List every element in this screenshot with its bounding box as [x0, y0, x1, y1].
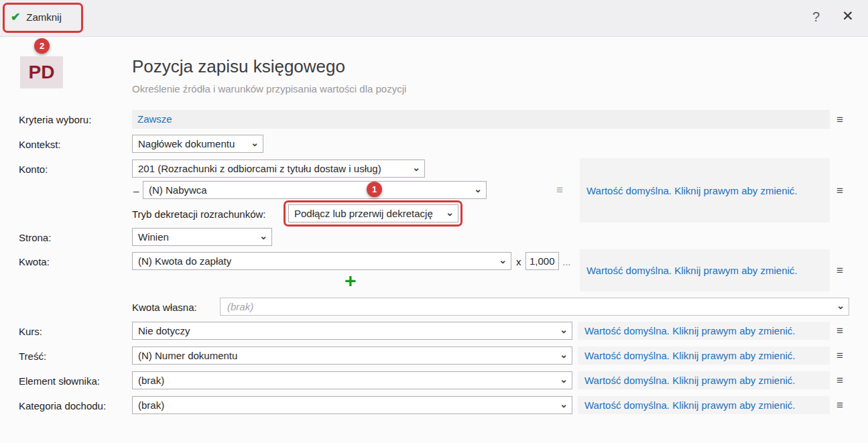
field-label-tryb-dekretacji: Tryb dekretacji rozrachunków: — [132, 208, 266, 220]
konto-value: 201 (Rozrachunki z odbiorcami z tytułu d… — [138, 163, 381, 174]
kryteria-wyboru-value[interactable]: Zawsze — [137, 113, 172, 125]
chevron-down-icon: ⌄ — [560, 322, 568, 338]
zamknij-button-label: Zamknij — [26, 11, 62, 23]
top-toolbar: ✔ Zamknij ? ✕ — [0, 0, 868, 37]
default-value-box-konto[interactable]: Wartość domyślna. Kliknij prawym aby zmi… — [580, 158, 830, 223]
chevron-down-icon: ⌄ — [499, 253, 507, 268]
menu-icon[interactable]: ≡ — [832, 346, 847, 365]
field-label-tresc: Treść: — [19, 351, 46, 362]
subkonto-dropdown[interactable]: (N) Nabywca ⌄ — [143, 181, 487, 199]
default-value-box-kategoria[interactable]: Wartość domyślna. Kliknij prawym aby zmi… — [578, 396, 830, 414]
chevron-down-icon: ⌄ — [474, 182, 482, 197]
kryteria-wyboru-field[interactable]: Zawsze — [132, 110, 830, 129]
chevron-down-icon: ⌄ — [259, 229, 267, 244]
default-value-box-element[interactable]: Wartość domyślna. Kliknij prawym aby zmi… — [578, 371, 830, 389]
subkonto-value: (N) Nabywca — [149, 184, 207, 196]
kategoria-dochodu-dropdown[interactable]: (brak) ⌄ — [132, 396, 572, 414]
chevron-down-icon: ⌄ — [836, 298, 845, 314]
kwota-wlasna-placeholder: (brak) — [227, 301, 253, 312]
field-label-kurs: Kurs: — [19, 326, 42, 337]
field-label-kwota: Kwota: — [19, 256, 50, 267]
menu-icon[interactable]: ≡ — [832, 182, 847, 200]
chevron-down-icon: ⌄ — [560, 347, 568, 363]
annotation-badge-2: 2 — [34, 38, 50, 54]
tryb-dekretacji-value: Podłącz lub przerwij dekretację — [294, 208, 433, 219]
konto-dropdown[interactable]: 201 (Rozrachunki z odbiorcami z tytułu d… — [132, 160, 425, 178]
field-label-kategoria-dochodu: Kategoria dochodu: — [19, 400, 106, 412]
menu-icon[interactable]: ≡ — [832, 111, 847, 129]
field-label-kontekst: Kontekst: — [19, 139, 61, 150]
default-value-box-kurs[interactable]: Wartość domyślna. Kliknij prawym aby zmi… — [578, 322, 830, 340]
multiplier-input[interactable]: 1,000 — [525, 252, 559, 270]
kontekst-dropdown[interactable]: Nagłówek dokumentu ⌄ — [132, 135, 263, 153]
dash-prefix: – — [133, 185, 139, 196]
field-label-konto: Konto: — [19, 164, 48, 175]
add-amount-button[interactable]: + — [345, 271, 357, 291]
menu-icon[interactable]: ≡ — [832, 261, 847, 279]
kurs-dropdown[interactable]: Nie dotyczy ⌄ — [132, 322, 572, 340]
zamknij-button[interactable]: ✔ Zamknij — [11, 10, 62, 24]
tryb-dekretacji-dropdown[interactable]: Podłącz lub przerwij dekretację ⌄ — [288, 204, 458, 223]
kontekst-value: Nagłówek dokumentu — [138, 138, 235, 149]
default-value-box-kwota[interactable]: Wartość domyślna. Kliknij prawym aby zmi… — [580, 249, 830, 292]
element-slownika-value: (brak) — [138, 375, 164, 386]
page-title: Pozycja zapisu księgowego — [132, 56, 345, 77]
kategoria-dochodu-value: (brak) — [138, 399, 164, 411]
menu-icon[interactable]: ≡ — [552, 181, 567, 199]
kwota-value: (N) Kwota do zapłaty — [138, 255, 231, 267]
chevron-down-icon: ⌄ — [412, 160, 420, 176]
kurs-value: Nie dotyczy — [138, 325, 190, 336]
kwota-dropdown[interactable]: (N) Kwota do zapłaty ⌄ — [132, 252, 511, 270]
default-value-box-tresc[interactable]: Wartość domyślna. Kliknij prawym aby zmi… — [578, 346, 830, 365]
app-logo: PD — [20, 56, 63, 88]
element-slownika-dropdown[interactable]: (brak) ⌄ — [132, 371, 572, 389]
menu-icon[interactable]: ≡ — [832, 322, 847, 340]
field-label-strona: Strona: — [19, 232, 51, 243]
tresc-value: (N) Numer dokumentu — [138, 350, 237, 361]
menu-icon[interactable]: ≡ — [832, 371, 847, 389]
menu-icon[interactable]: ≡ — [832, 396, 847, 414]
chevron-down-icon: ⌄ — [446, 205, 454, 220]
strona-value: Winien — [138, 231, 169, 243]
ellipsis-button[interactable]: ... — [562, 256, 571, 267]
check-icon: ✔ — [11, 10, 20, 24]
dialog-pozycja-zapisu: ✔ Zamknij ? ✕ 2 PD Pozycja zapisu księgo… — [0, 0, 868, 443]
close-icon[interactable]: ✕ — [842, 8, 854, 24]
field-label-element-slownika: Element słownika: — [19, 375, 100, 387]
kwota-wlasna-input[interactable]: (brak) ⌄ — [220, 298, 849, 316]
field-label-kwota-wlasna: Kwota własna: — [132, 302, 197, 313]
annotation-badge-1: 1 — [367, 182, 382, 197]
chevron-down-icon: ⌄ — [251, 135, 259, 151]
tresc-dropdown[interactable]: (N) Numer dokumentu ⌄ — [132, 346, 572, 365]
chevron-down-icon: ⌄ — [560, 372, 568, 387]
strona-dropdown[interactable]: Winien ⌄ — [132, 228, 272, 246]
chevron-down-icon: ⌄ — [560, 397, 568, 412]
help-icon[interactable]: ? — [812, 9, 820, 25]
field-label-kryteria-wyboru: Kryteria wyboru: — [19, 114, 91, 125]
multiplier-times-label: x — [516, 256, 521, 267]
page-subtitle: Określenie źródła i warunków przypisania… — [132, 83, 406, 94]
